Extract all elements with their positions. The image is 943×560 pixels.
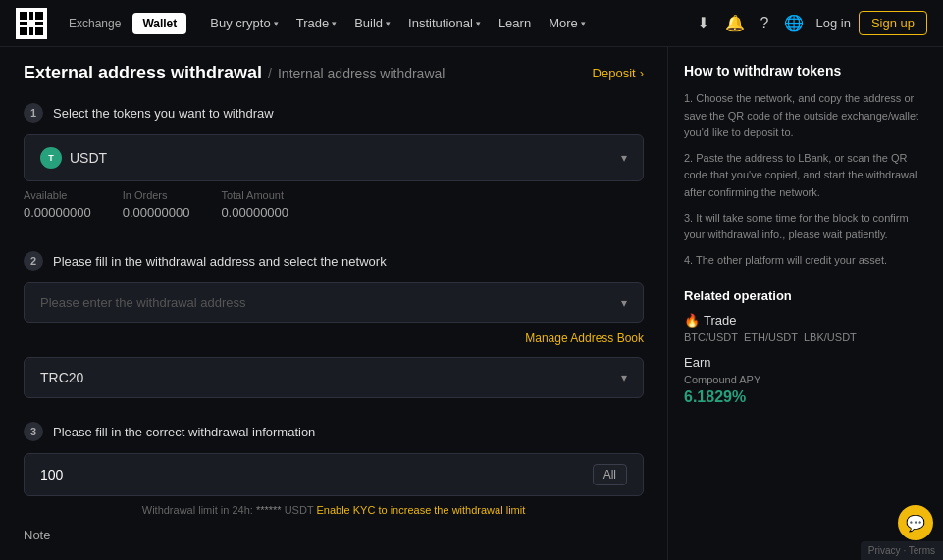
svg-rect-6 bbox=[29, 27, 33, 35]
privacy-text: Privacy · Terms bbox=[868, 545, 935, 556]
svg-rect-3 bbox=[20, 22, 27, 25]
how-to-title: How to withdraw tokens bbox=[684, 63, 926, 78]
chat-button[interactable]: 💬 bbox=[898, 505, 933, 540]
page-layout: External address withdrawal / Internal a… bbox=[0, 47, 943, 560]
breadcrumb-separator: / bbox=[268, 66, 272, 81]
chevron-down-icon: ▾ bbox=[274, 19, 279, 28]
balance-in-orders: In Orders 0.00000000 bbox=[123, 189, 190, 220]
kyc-link[interactable]: Enable KYC to increase the withdrawal li… bbox=[316, 504, 525, 516]
how-to-step-4: 4. The other platform will credit your a… bbox=[684, 252, 926, 270]
trade-link-lbk[interactable]: LBK/USDT bbox=[804, 331, 857, 343]
step-2-number: 2 bbox=[24, 251, 43, 271]
step-2-header: 2 Please fill in the withdrawal address … bbox=[24, 251, 644, 271]
help-icon[interactable]: ? bbox=[757, 15, 773, 32]
manage-address-section: Manage Address Book bbox=[24, 331, 644, 345]
amount-input[interactable] bbox=[40, 467, 593, 483]
in-orders-label: In Orders bbox=[123, 189, 190, 201]
signup-button[interactable]: Sign up bbox=[859, 11, 927, 35]
related-title: Related operation bbox=[684, 288, 926, 303]
tab-exchange[interactable]: Exchange bbox=[59, 13, 131, 34]
available-value: 0.00000000 bbox=[24, 205, 91, 220]
breadcrumb-active: External address withdrawal bbox=[24, 63, 262, 83]
nav-items: Buy crypto ▾ Trade ▾ Build ▾ Institution… bbox=[202, 12, 688, 34]
step-1-title: Select the tokens you want to withdraw bbox=[53, 106, 274, 121]
fire-icon: 🔥 bbox=[684, 313, 700, 328]
deposit-link[interactable]: Deposit › bbox=[593, 66, 644, 80]
step-3: 3 Please fill in the correct withdrawal … bbox=[24, 422, 644, 542]
okx-logo[interactable] bbox=[16, 8, 47, 39]
related-trade: 🔥 Trade BTC/USDT ETH/USDT LBK/USDT bbox=[684, 313, 926, 343]
in-orders-value: 0.00000000 bbox=[123, 205, 190, 220]
withdrawal-limit-info: Withdrawal limit in 24h: ****** USDT Ena… bbox=[24, 504, 644, 516]
privacy-bar: Privacy · Terms bbox=[861, 541, 943, 560]
svg-rect-5 bbox=[20, 27, 27, 35]
nav-buy-crypto[interactable]: Buy crypto ▾ bbox=[202, 12, 286, 34]
chevron-right-icon: › bbox=[640, 66, 644, 80]
svg-rect-0 bbox=[20, 12, 27, 20]
step-3-number: 3 bbox=[24, 422, 43, 441]
manage-address-link[interactable]: Manage Address Book bbox=[525, 331, 644, 345]
trade-link-btc[interactable]: BTC/USDT bbox=[684, 331, 738, 343]
how-to-section: How to withdraw tokens 1. Choose the net… bbox=[684, 63, 926, 269]
all-button[interactable]: All bbox=[593, 464, 627, 485]
total-value: 0.00000000 bbox=[221, 205, 288, 220]
dropdown-arrow-icon: ▾ bbox=[621, 151, 627, 165]
step-3-title: Please fill in the correct withdrawal in… bbox=[53, 425, 315, 439]
nav-trade[interactable]: Trade ▾ bbox=[288, 12, 344, 34]
trade-links: BTC/USDT ETH/USDT LBK/USDT bbox=[684, 331, 926, 343]
nav-right: ⬇ 🔔 ? 🌐 Log in Sign up bbox=[693, 11, 927, 35]
note-label: Note bbox=[24, 528, 644, 542]
main-content: External address withdrawal / Internal a… bbox=[0, 47, 667, 560]
svg-rect-1 bbox=[29, 12, 33, 20]
nav-institutional[interactable]: Institutional ▾ bbox=[400, 12, 489, 34]
apy-label: Compound APY bbox=[684, 374, 926, 385]
usdt-currency: USDT bbox=[285, 504, 314, 516]
how-to-step-3: 3. It will take some time for the block … bbox=[684, 210, 926, 244]
balance-available: Available 0.00000000 bbox=[24, 189, 91, 220]
trade-text: Trade bbox=[704, 313, 736, 328]
step-1: 1 Select the tokens you want to withdraw… bbox=[24, 103, 644, 228]
token-selector[interactable]: T USDT ▾ bbox=[24, 134, 644, 181]
chat-icon: 💬 bbox=[906, 514, 925, 533]
navbar: Exchange Wallet Buy crypto ▾ Trade ▾ Bui… bbox=[0, 0, 943, 47]
trade-link-eth[interactable]: ETH/USDT bbox=[744, 331, 798, 343]
address-arrow-icon: ▾ bbox=[621, 296, 627, 310]
svg-rect-7 bbox=[35, 27, 43, 35]
token-left: T USDT bbox=[40, 147, 107, 169]
network-selector[interactable]: TRC20 ▾ bbox=[24, 357, 644, 398]
address-placeholder: Please enter the withdrawal address bbox=[40, 295, 246, 310]
breadcrumb: External address withdrawal / Internal a… bbox=[24, 63, 644, 83]
svg-rect-2 bbox=[35, 12, 43, 20]
right-sidebar: How to withdraw tokens 1. Choose the net… bbox=[667, 47, 942, 560]
token-icon: T bbox=[40, 147, 62, 169]
earn-label: Earn bbox=[684, 355, 926, 370]
token-name: USDT bbox=[70, 150, 107, 166]
globe-icon[interactable]: 🌐 bbox=[780, 14, 808, 32]
amount-input-wrap: All bbox=[24, 453, 644, 496]
svg-rect-4 bbox=[35, 22, 43, 25]
nav-tabs: Exchange Wallet bbox=[59, 13, 186, 34]
step-2-title: Please fill in the withdrawal address an… bbox=[53, 254, 387, 269]
address-input[interactable]: Please enter the withdrawal address ▾ bbox=[24, 282, 644, 323]
nav-build[interactable]: Build ▾ bbox=[346, 12, 398, 34]
chevron-down-icon: ▾ bbox=[332, 19, 337, 28]
nav-learn[interactable]: Learn bbox=[491, 12, 539, 34]
tab-wallet[interactable]: Wallet bbox=[132, 13, 186, 34]
nav-more[interactable]: More ▾ bbox=[541, 12, 594, 34]
limit-stars: ****** bbox=[256, 504, 282, 516]
chevron-down-icon: ▾ bbox=[581, 19, 586, 28]
balance-total: Total Amount 0.00000000 bbox=[221, 189, 288, 220]
breadcrumb-internal-link[interactable]: Internal address withdrawal bbox=[278, 66, 445, 81]
login-button[interactable]: Log in bbox=[815, 16, 850, 30]
network-arrow-icon: ▾ bbox=[621, 371, 627, 384]
download-icon[interactable]: ⬇ bbox=[693, 14, 713, 32]
available-label: Available bbox=[24, 189, 91, 201]
bell-icon[interactable]: 🔔 bbox=[721, 14, 749, 32]
how-to-step-1: 1. Choose the network, and copy the addr… bbox=[684, 90, 926, 142]
balance-row: Available 0.00000000 In Orders 0.0000000… bbox=[24, 181, 644, 228]
step-2: 2 Please fill in the withdrawal address … bbox=[24, 251, 644, 398]
apy-value: 6.1829% bbox=[684, 388, 926, 406]
step-3-header: 3 Please fill in the correct withdrawal … bbox=[24, 422, 644, 441]
chevron-down-icon: ▾ bbox=[476, 19, 481, 28]
limit-text: Withdrawal limit in 24h: bbox=[142, 504, 253, 516]
